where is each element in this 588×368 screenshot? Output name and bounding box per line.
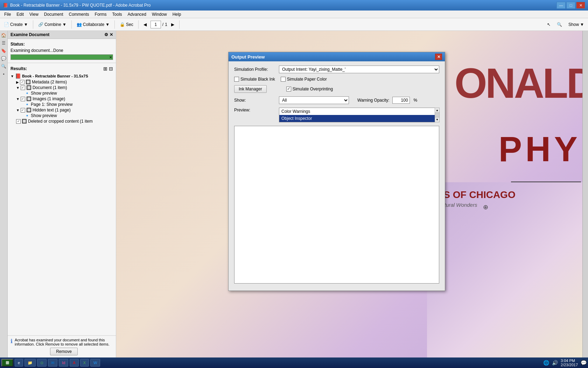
- preview-item-color-warnings[interactable]: Color Warnings: [279, 108, 439, 115]
- results-expand-icon[interactable]: ⊞: [103, 66, 107, 71]
- simulation-profile-select[interactable]: Output Intent: Yayi_zixing_Matte_': [279, 66, 439, 73]
- taskbar-acrobat[interactable]: A: [70, 359, 78, 367]
- select-tool-button[interactable]: ↖: [545, 21, 553, 28]
- collaborate-button[interactable]: 👥 Collaborate ▼: [74, 21, 112, 28]
- security-button[interactable]: 🔒 Sec: [117, 21, 136, 28]
- page-sep: /: [162, 22, 163, 27]
- toolbar-separator-4: [138, 20, 139, 29]
- taskbar-word[interactable]: W: [90, 359, 100, 367]
- sidebar-icon-layer[interactable]: ▪: [1, 71, 7, 77]
- tree-icon-deleted: 🔲: [22, 119, 27, 124]
- taskbar-ie[interactable]: e: [15, 359, 23, 367]
- preview-item-object-inspector[interactable]: Object Inspector: [279, 115, 439, 122]
- simulation-profile-label: Simulation Profile:: [234, 67, 276, 72]
- tree-item-document[interactable]: ▼ 🔲 Document (1 item): [10, 85, 113, 90]
- ie-icon: e: [18, 361, 20, 365]
- app-icon: 📕: [3, 3, 8, 8]
- tree-item-page-preview[interactable]: 🔹 Page 1: Show preview: [10, 102, 113, 107]
- tree-label-document: Document (1 item): [33, 85, 67, 90]
- bottom-message: ℹ Acrobat has examined your document and…: [8, 335, 116, 357]
- tree-item-root[interactable]: ▼ 📕 Book - Retractable Banner - 31.5x7S: [10, 73, 113, 79]
- simulate-overprint-checkbox[interactable]: ✓: [286, 87, 291, 91]
- taskbar-explorer[interactable]: 📁: [24, 359, 36, 367]
- menu-view[interactable]: View: [27, 11, 41, 18]
- sidebar-icon-nav[interactable]: ☰: [1, 40, 7, 46]
- menu-comments[interactable]: Comments: [66, 11, 92, 18]
- menu-help[interactable]: Help: [170, 11, 184, 18]
- panel-header: Examine Document ⚙ ✕: [8, 31, 116, 39]
- preview-list-scrollbar[interactable]: ▲ ▼: [435, 108, 440, 122]
- sidebar-icon-search[interactable]: 🔍: [1, 63, 7, 69]
- show-select[interactable]: All: [279, 96, 349, 104]
- output-preview-dialog: Output Preview ✕ Simulation Profile: Out…: [228, 52, 445, 291]
- tree-icon-document: 🔲: [26, 85, 31, 90]
- taskbar-volume-icon: 🔊: [552, 360, 558, 366]
- tree-item-images[interactable]: ▼ 🔲 Images (1 image): [10, 96, 113, 102]
- combine-button[interactable]: 🔗 Combine ▼: [36, 21, 69, 28]
- tree-icon-hidden: 🔲: [26, 108, 31, 113]
- menu-window[interactable]: Window: [149, 11, 170, 18]
- tree-cb-metadata[interactable]: [20, 80, 24, 84]
- menu-forms[interactable]: Forms: [92, 11, 110, 18]
- taskbar-notification-icon[interactable]: 💬: [581, 360, 587, 366]
- toolbar-separator-1: [33, 20, 33, 29]
- menu-tools[interactable]: Tools: [110, 11, 125, 18]
- create-button[interactable]: 📄 Create ▼: [1, 21, 30, 28]
- status-label: Status:: [10, 42, 113, 47]
- results-collapse-icon[interactable]: ⊟: [109, 66, 113, 71]
- panel-close-icon[interactable]: ✕: [110, 32, 113, 37]
- tree-cb-deleted[interactable]: [16, 119, 21, 124]
- tree-icon-hidden-preview: 🔹: [24, 113, 30, 118]
- tree-expand-hidden[interactable]: ▼: [16, 108, 20, 112]
- zoom-button[interactable]: 🔍: [554, 21, 565, 28]
- tree-label-doc-preview: Show preview: [31, 91, 57, 96]
- sidebar-icon-comment[interactable]: 💬: [1, 55, 7, 62]
- sidebar-icon-bookmark[interactable]: 🔖: [1, 48, 7, 54]
- taskbar-chrome[interactable]: ⊙: [37, 359, 47, 367]
- progress-close-icon[interactable]: ✕: [109, 55, 112, 59]
- tree-cb-document[interactable]: [21, 86, 25, 90]
- tree-cb-images[interactable]: [21, 97, 25, 101]
- tree-item-deleted[interactable]: 🔲 Deleted or cropped content (1 item: [10, 118, 113, 124]
- tree-expand-images[interactable]: ▼: [16, 97, 20, 101]
- ink-overprint-row: Ink Manager ✓ Simulate Overprinting: [234, 85, 439, 93]
- menu-document[interactable]: Document: [41, 11, 66, 18]
- minimize-button[interactable]: —: [556, 2, 566, 9]
- taskbar-indesign[interactable]: Id: [59, 359, 68, 367]
- menu-edit[interactable]: Edit: [14, 11, 27, 18]
- tree-item-hidden-preview[interactable]: 🔹 Show preview: [10, 113, 113, 118]
- tree-item-hidden-text[interactable]: ▼ 🔲 Hidden text (1 page): [10, 107, 113, 113]
- tree-view: ▼ 📕 Book - Retractable Banner - 31.5x7S …: [10, 73, 113, 124]
- menu-file[interactable]: File: [1, 11, 14, 18]
- tree-expand-root[interactable]: ▼: [10, 74, 14, 78]
- ink-manager-button[interactable]: Ink Manager: [234, 85, 267, 93]
- show-button[interactable]: Show ▼: [566, 21, 587, 28]
- panel-settings-icon[interactable]: ⚙: [104, 32, 108, 37]
- page-input[interactable]: [150, 21, 161, 28]
- start-button[interactable]: ⊞: [1, 359, 13, 367]
- simulate-black-checkbox[interactable]: [234, 77, 239, 82]
- simulate-paper-checkbox[interactable]: [281, 77, 286, 82]
- dialog-close-button[interactable]: ✕: [435, 54, 442, 60]
- menu-advanced[interactable]: Advanced: [125, 11, 149, 18]
- tree-expand-document[interactable]: ▼: [16, 86, 20, 90]
- taskbar-outlook[interactable]: ✉: [48, 359, 57, 367]
- scrollbar-up[interactable]: ▲: [435, 108, 439, 113]
- taskbar: ⊞ e 📁 ⊙ ✉ Id A X W 🌐 🔊 3:04 PM 2/23/2017…: [0, 357, 588, 368]
- nav-prev-button[interactable]: ◀: [141, 21, 149, 28]
- tree-item-doc-preview[interactable]: 🔹 Show preview: [10, 90, 113, 96]
- warning-opacity-input[interactable]: [392, 97, 410, 104]
- tree-item-metadata[interactable]: ▶ 🔲 Metadata (2 items): [10, 79, 113, 85]
- tree-cb-hidden[interactable]: [21, 108, 25, 113]
- remove-button[interactable]: Remove: [50, 348, 78, 355]
- taskbar-excel[interactable]: X: [80, 359, 89, 367]
- close-button[interactable]: ✕: [576, 2, 585, 9]
- nav-next-button[interactable]: ▶: [169, 21, 177, 28]
- scrollbar-down[interactable]: ▼: [435, 117, 439, 122]
- tree-expand-metadata[interactable]: ▶: [16, 80, 19, 84]
- tree-label-images: Images (1 image): [33, 96, 65, 101]
- panel-header-icons: ⚙ ✕: [104, 32, 113, 37]
- sidebar-icon-home[interactable]: 🏠: [1, 32, 7, 39]
- dialog-body: Simulation Profile: Output Intent: Yayi_…: [229, 61, 445, 291]
- maximize-button[interactable]: □: [566, 2, 575, 9]
